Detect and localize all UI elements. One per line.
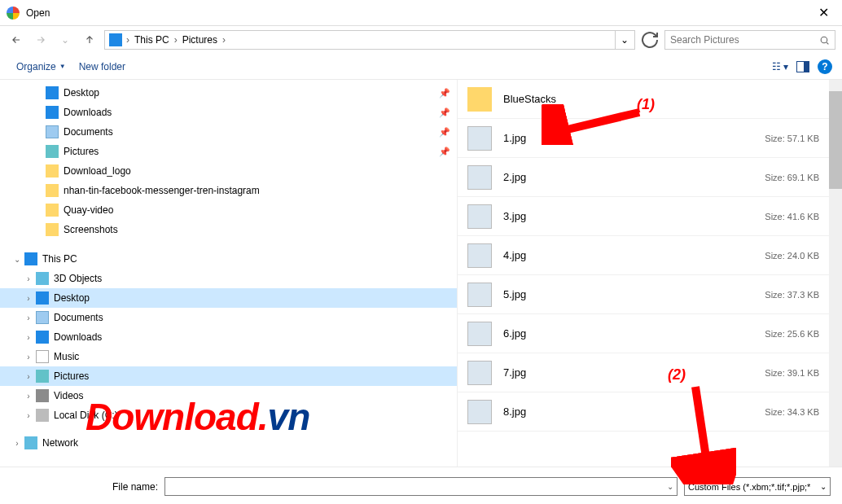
expand-icon[interactable]: ⌄ (11, 255, 23, 264)
tree-item[interactable]: ›3D Objects (0, 269, 457, 288)
file-row[interactable]: 3.jpgSize: 41.6 KB (458, 197, 842, 236)
breadcrumb[interactable]: › This PC › Pictures › ⌄ (104, 30, 635, 50)
file-row[interactable]: 5.jpgSize: 37.3 KB (458, 275, 842, 314)
tree-item-label: Videos (54, 390, 83, 401)
file-row[interactable]: 1.jpgSize: 57.1 KB (458, 119, 842, 158)
nav-back-icon[interactable] (7, 30, 26, 50)
preview-pane-icon[interactable] (796, 61, 809, 72)
expand-icon[interactable]: › (23, 392, 34, 401)
tree-item-label: Downloads (54, 331, 102, 343)
close-icon[interactable]: ✕ (812, 2, 835, 24)
search-input[interactable] (664, 30, 835, 50)
tree-item[interactable]: Download_logo (0, 161, 457, 181)
file-thumbnail (467, 400, 492, 424)
file-thumbnail (467, 165, 492, 190)
expand-icon[interactable]: › (23, 411, 34, 420)
breadcrumb-dropdown-icon[interactable]: ⌄ (615, 31, 633, 49)
expand-icon[interactable]: › (23, 333, 34, 342)
tree-item[interactable]: ⌄This PC (0, 249, 457, 269)
expand-icon[interactable]: › (23, 313, 34, 322)
chevron-down-icon[interactable]: ⌄ (664, 482, 677, 491)
tree-item-label: Desktop (54, 292, 90, 304)
toolbar: Organize▼ New folder ☷ ▾ ? (0, 54, 842, 80)
organize-button[interactable]: Organize▼ (10, 58, 72, 76)
chevron-right-icon[interactable]: › (126, 34, 129, 46)
tree-item[interactable]: ›Downloads (0, 327, 457, 347)
tree-item-label: Pictures (64, 146, 99, 157)
tree-item-label: Download_logo (64, 165, 131, 177)
tree-item[interactable]: Screenshots (0, 220, 457, 239)
file-name: 1.jpg (503, 132, 765, 144)
tree-item[interactable]: Desktop📌 (0, 83, 457, 103)
breadcrumb-folder[interactable]: Pictures (179, 32, 221, 48)
tree-item-label: Network (42, 437, 78, 449)
watermark: Download.vn (86, 395, 309, 439)
ico-folder-icon (46, 204, 59, 217)
file-row[interactable]: 6.jpgSize: 25.6 KB (458, 314, 842, 353)
pc-icon (109, 33, 122, 46)
file-name: 7.jpg (503, 366, 765, 379)
search-field[interactable] (670, 34, 819, 46)
ico-desktop-icon (36, 291, 49, 305)
tree-item[interactable]: ›Desktop (0, 288, 457, 308)
expand-icon[interactable]: › (23, 353, 34, 362)
file-size: Size: 57.1 KB (765, 134, 819, 143)
tree-item-label: 3D Objects (54, 273, 102, 284)
pin-icon: 📌 (439, 127, 450, 138)
filetype-dropdown[interactable]: Custom Files (*.xbm;*.tif;*.pjp;*⌄ (684, 477, 831, 496)
file-size: Size: 41.6 KB (765, 212, 819, 221)
pin-icon: 📌 (439, 107, 450, 118)
file-thumbnail (467, 361, 492, 385)
expand-icon[interactable]: › (11, 439, 23, 448)
pin-icon: 📌 (439, 88, 450, 99)
breadcrumb-root[interactable]: This PC (131, 32, 173, 48)
new-folder-button[interactable]: New folder (72, 58, 132, 76)
file-name: 5.jpg (503, 288, 765, 300)
expand-icon[interactable]: › (23, 294, 34, 303)
scrollbar-thumb[interactable] (829, 91, 842, 189)
chevron-right-icon[interactable]: › (222, 34, 226, 46)
file-row[interactable]: 2.jpgSize: 69.1 KB (458, 158, 842, 197)
ico-docs-icon (46, 125, 59, 138)
ico-net-icon (24, 436, 37, 449)
folder-icon (467, 87, 492, 112)
tree-item[interactable]: ›Documents (0, 308, 457, 327)
tree-item[interactable]: nhan-tin-facebook-messenger-tren-instagr… (0, 181, 457, 200)
file-row[interactable]: 7.jpgSize: 39.1 KB (458, 353, 842, 392)
ico-folder-icon (46, 184, 59, 197)
file-row[interactable]: 8.jpgSize: 34.3 KB (458, 392, 842, 432)
nav-up-icon[interactable] (80, 30, 99, 50)
file-thumbnail (467, 126, 492, 151)
chevron-down-icon: ▼ (59, 63, 66, 70)
view-mode-icon[interactable]: ☷ ▾ (772, 61, 788, 72)
app-icon (7, 7, 20, 20)
help-icon[interactable]: ? (818, 59, 832, 74)
file-list[interactable]: BlueStacks1.jpgSize: 57.1 KB2.jpgSize: 6… (458, 80, 842, 467)
expand-icon[interactable]: › (23, 274, 34, 283)
tree-item[interactable]: ›Music (0, 347, 457, 366)
chevron-down-icon[interactable]: ⌄ (55, 30, 75, 50)
dialog-footer: File name: ⌄ Custom Files (*.xbm;*.tif;*… (0, 467, 842, 504)
ico-3d-icon (36, 272, 49, 285)
nav-forward-icon[interactable] (31, 30, 50, 50)
refresh-icon[interactable] (640, 30, 660, 50)
file-thumbnail (467, 204, 492, 229)
tree-item[interactable]: Documents📌 (0, 122, 457, 142)
chevron-down-icon: ⌄ (820, 482, 827, 491)
file-size: Size: 39.1 KB (765, 368, 819, 378)
tree-item[interactable]: Downloads📌 (0, 103, 457, 122)
expand-icon[interactable]: › (23, 372, 34, 381)
file-row[interactable]: 4.jpgSize: 24.0 KB (458, 236, 842, 275)
tree-item[interactable]: Quay-video (0, 200, 457, 220)
ico-folder-icon (46, 223, 59, 236)
file-name: 8.jpg (503, 405, 765, 418)
filename-label: File name: (11, 481, 158, 493)
tree-item[interactable]: Pictures📌 (0, 142, 457, 161)
annotation-label-2: (2) (668, 366, 686, 383)
ico-pics-icon (46, 145, 59, 158)
chevron-right-icon[interactable]: › (174, 34, 178, 46)
file-name: 3.jpg (503, 210, 765, 222)
tree-item[interactable]: ›Pictures (0, 366, 457, 386)
filename-input[interactable]: ⌄ (164, 477, 678, 496)
file-name: 4.jpg (503, 249, 765, 261)
